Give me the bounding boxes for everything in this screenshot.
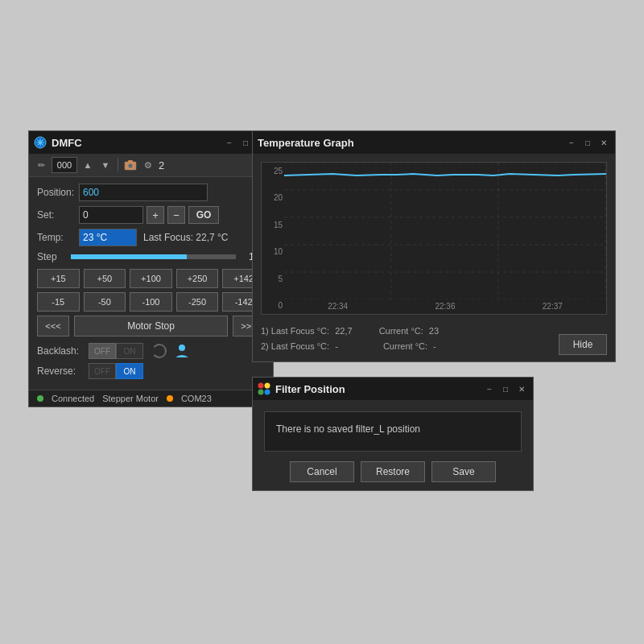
- motor-stop-btn[interactable]: Motor Stop: [74, 316, 228, 336]
- set-label: Set:: [37, 209, 79, 221]
- step-btn-plus100[interactable]: +100: [130, 269, 172, 288]
- channel-number: 2: [159, 159, 164, 171]
- legend-row1-value: 22,7: [335, 326, 352, 336]
- filter-save-btn[interactable]: Save: [431, 461, 496, 482]
- svg-point-8: [179, 345, 185, 351]
- set-decrement-btn[interactable]: −: [167, 206, 185, 224]
- position-row: Position:: [37, 184, 265, 201]
- go-btn[interactable]: GO: [188, 206, 219, 224]
- y-label-5: 5: [263, 275, 283, 283]
- temp-label: Temp:: [37, 232, 79, 243]
- svg-point-19: [265, 383, 270, 389]
- legend-row2-value: -: [335, 341, 338, 351]
- temp-row: Temp: Last Focus: 22,7 °C: [37, 229, 265, 246]
- dmfc-minimize-btn[interactable]: [223, 136, 236, 149]
- temp-graph-svg: [284, 163, 606, 299]
- step-label: Step: [37, 251, 66, 262]
- filter-maximize-btn[interactable]: [499, 382, 512, 395]
- y-label-15: 15: [263, 221, 283, 229]
- y-label-10: 10: [263, 247, 283, 256]
- filter-cancel-btn[interactable]: Cancel: [290, 461, 354, 482]
- temp-title: Temperature Graph: [258, 137, 565, 149]
- dmfc-maximize-btn[interactable]: [239, 136, 252, 149]
- backlash-row: Backlash: OFF ON: [37, 343, 265, 359]
- user-icon[interactable]: [174, 343, 190, 359]
- filter-restore-btn[interactable]: Restore: [361, 461, 425, 482]
- set-increment-btn[interactable]: +: [147, 206, 164, 224]
- svg-point-21: [265, 390, 270, 395]
- legend-row2-current-value: -: [433, 341, 436, 351]
- gear-icon[interactable]: ⚙: [141, 158, 155, 172]
- step-slider[interactable]: [71, 254, 236, 259]
- port-text: COM23: [181, 394, 212, 403]
- step-btn-plus50[interactable]: +50: [84, 269, 126, 288]
- step-btn-minus100[interactable]: -100: [130, 292, 172, 312]
- toolbar-number[interactable]: 000: [52, 157, 77, 173]
- step-btn-plus15[interactable]: +15: [37, 269, 80, 288]
- svg-point-20: [258, 390, 264, 395]
- arrow-up-icon[interactable]: ▲: [80, 158, 95, 172]
- graph-legend: 1) Last Focus °C: 22,7 Current °C: 23 2)…: [261, 324, 607, 353]
- motor-nav-row: <<< Motor Stop >>>: [37, 316, 265, 336]
- x-axis: 22:34 22:36 22:37: [284, 298, 606, 314]
- reverse-on-btn[interactable]: ON: [116, 363, 143, 379]
- svg-point-7: [153, 345, 166, 357]
- connected-text: Connected: [52, 394, 94, 403]
- toolbar-separator: [118, 159, 118, 171]
- legend-row2-current-label: Current °C:: [383, 341, 427, 351]
- legend-row1-current-value: 23: [429, 326, 439, 336]
- nav-left-btn[interactable]: <<<: [37, 316, 69, 336]
- temp-maximize-btn[interactable]: [581, 136, 594, 149]
- legend-row2: 2) Last Focus °C: - Current °C: -: [261, 339, 607, 354]
- dmfc-status-bar: Connected Stepper Motor COM23: [29, 390, 273, 407]
- pencil-icon[interactable]: ✏: [34, 158, 48, 172]
- set-input[interactable]: [79, 206, 143, 224]
- step-slider-fill: [71, 254, 187, 259]
- motor-type-text: Stepper Motor: [102, 394, 159, 403]
- connected-dot: [37, 395, 43, 402]
- filter-close-btn[interactable]: [515, 382, 528, 395]
- svg-point-3: [128, 163, 133, 168]
- set-row: Set: + − GO: [37, 206, 265, 224]
- arrow-down-icon[interactable]: ▼: [98, 158, 113, 172]
- camera-icon[interactable]: [123, 158, 138, 172]
- temp-close-btn[interactable]: [597, 136, 610, 149]
- dmfc-toolbar: ✏ 000 ▲ ▼ ⚙ 2: [29, 154, 273, 177]
- set-controls: + − GO: [79, 206, 219, 224]
- temp-title-bar: Temperature Graph: [253, 131, 615, 154]
- hide-btn[interactable]: Hide: [559, 334, 607, 355]
- graph-container: 25 20 15 10 5 0: [261, 162, 607, 315]
- step-row: Step 142: [37, 251, 265, 262]
- x-label-2236: 22:36: [435, 302, 455, 311]
- temp-input[interactable]: [79, 229, 137, 246]
- svg-point-1: [39, 141, 42, 144]
- step-btn-minus50[interactable]: -50: [84, 292, 126, 312]
- filter-title: Filter Position: [275, 383, 483, 395]
- position-input[interactable]: [79, 184, 208, 201]
- dmfc-title-bar: DMFC: [29, 131, 273, 154]
- dmfc-title-icon: [34, 136, 47, 149]
- refresh-icon[interactable]: [151, 343, 167, 359]
- filter-minimize-btn[interactable]: [483, 382, 496, 395]
- backlash-on-btn[interactable]: ON: [116, 343, 143, 359]
- graph-inner: [284, 163, 606, 298]
- filter-body: There is no saved filter_L position Canc…: [253, 400, 533, 490]
- dmfc-body: Position: Set: + − GO Temp: Last Focus: …: [29, 177, 273, 390]
- temp-minimize-btn[interactable]: [565, 136, 578, 149]
- legend-row2-label: 2) Last Focus °C:: [261, 341, 329, 351]
- step-btn-minus15[interactable]: -15: [37, 292, 80, 312]
- legend-row1-label: 1) Last Focus °C:: [261, 326, 329, 336]
- filter-window: Filter Position There is no saved filter…: [252, 377, 534, 491]
- x-label-2237: 22:37: [543, 302, 563, 311]
- filter-message: There is no saved filter_L position: [264, 411, 522, 452]
- backlash-off-btn[interactable]: OFF: [89, 343, 116, 359]
- step-btn-minus250[interactable]: -250: [176, 292, 219, 312]
- step-btn-plus250[interactable]: +250: [176, 269, 219, 288]
- reverse-off-btn[interactable]: OFF: [89, 363, 116, 379]
- svg-rect-4: [128, 160, 133, 163]
- dmfc-window: DMFC ✏ 000 ▲ ▼ ⚙ 2: [28, 130, 274, 407]
- negative-step-buttons: -15 -50 -100 -250 -142: [37, 292, 265, 312]
- filter-title-icon: [258, 382, 270, 395]
- graph-area: 25 20 15 10 5 0: [253, 154, 615, 319]
- filter-buttons: Cancel Restore Save: [264, 461, 522, 482]
